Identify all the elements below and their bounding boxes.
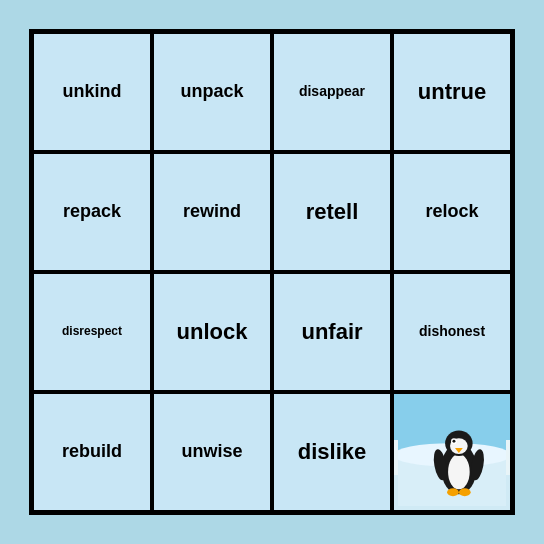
cell-r2c3: dishonest xyxy=(392,272,512,392)
cell-text-r0c2: disappear xyxy=(299,84,365,99)
svg-point-8 xyxy=(452,440,455,443)
bingo-board: unkindunpackdisappearuntruerepackrewindr… xyxy=(29,29,515,515)
cell-text-r1c0: repack xyxy=(63,202,121,222)
cell-text-r3c1: unwise xyxy=(181,442,242,462)
cell-text-r3c2: dislike xyxy=(298,440,366,464)
cell-r3c0: rebuild xyxy=(32,392,152,512)
cell-r2c1: unlock xyxy=(152,272,272,392)
cell-r1c3: relock xyxy=(392,152,512,272)
cell-r3c1: unwise xyxy=(152,392,272,512)
cell-text-r0c3: untrue xyxy=(418,80,486,104)
cell-r0c3: untrue xyxy=(392,32,512,152)
cell-r1c2: retell xyxy=(272,152,392,272)
cell-r2c0: disrespect xyxy=(32,272,152,392)
svg-point-13 xyxy=(459,488,471,496)
cell-r3c3 xyxy=(392,392,512,512)
cell-r0c1: unpack xyxy=(152,32,272,152)
svg-point-4 xyxy=(448,454,470,489)
cell-text-r0c0: unkind xyxy=(63,82,122,102)
cell-r0c0: unkind xyxy=(32,32,152,152)
cell-text-r1c1: rewind xyxy=(183,202,241,222)
cell-text-r1c2: retell xyxy=(306,200,359,224)
cell-r1c1: rewind xyxy=(152,152,272,272)
cell-text-r2c2: unfair xyxy=(301,320,362,344)
cell-text-r0c1: unpack xyxy=(180,82,243,102)
cell-r0c2: disappear xyxy=(272,32,392,152)
penguin-image xyxy=(398,397,506,507)
cell-r1c0: repack xyxy=(32,152,152,272)
cell-text-r2c1: unlock xyxy=(177,320,248,344)
cell-text-r2c0: disrespect xyxy=(62,325,122,338)
cell-r2c2: unfair xyxy=(272,272,392,392)
svg-point-12 xyxy=(447,488,459,496)
cell-text-r1c3: relock xyxy=(425,202,478,222)
cell-text-r3c0: rebuild xyxy=(62,442,122,462)
cell-r3c2: dislike xyxy=(272,392,392,512)
cell-text-r2c3: dishonest xyxy=(419,324,485,339)
